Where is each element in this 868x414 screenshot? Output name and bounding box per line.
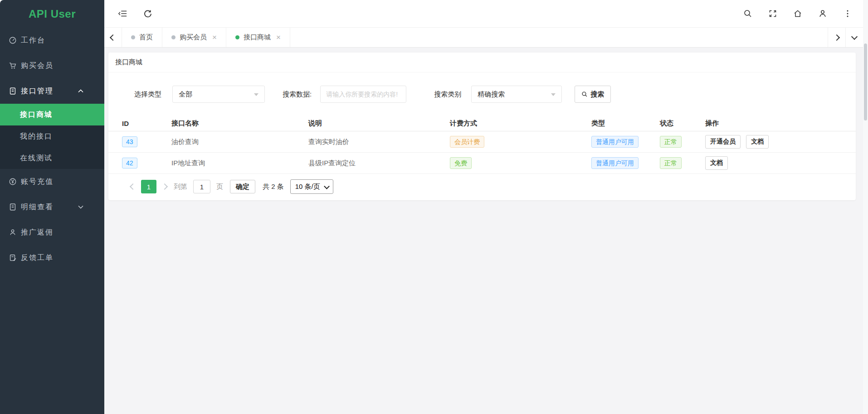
people-icon <box>9 228 17 236</box>
home-icon[interactable] <box>793 9 802 18</box>
refresh-icon[interactable] <box>143 9 152 18</box>
id-badge: 42 <box>122 158 137 169</box>
sidebar-item-label: 工作台 <box>21 36 45 45</box>
dashboard-icon <box>9 36 17 44</box>
collapse-sidebar-icon[interactable] <box>118 9 127 18</box>
sidebar-item-account-recharge[interactable]: 账号充值 <box>0 169 104 194</box>
confirm-button[interactable]: 确定 <box>230 180 255 193</box>
column-header-desc: 说明 <box>308 116 450 131</box>
docs-button[interactable]: 文档 <box>746 135 769 149</box>
api-desc: 查询实时油价 <box>308 131 450 153</box>
search-button[interactable]: 搜索 <box>575 86 611 103</box>
select-caret-icon <box>254 93 258 96</box>
tab-status-dot <box>131 35 135 39</box>
sidebar-item-label: 在线测试 <box>20 154 53 163</box>
category-select-label: 搜索类别 <box>434 90 461 99</box>
tab-status-dot <box>171 35 176 39</box>
yen-icon <box>9 178 17 186</box>
tab-buy-membership[interactable]: 购买会员 × <box>162 28 226 47</box>
tab-label: 接口商城 <box>244 33 271 42</box>
sidebar-item-api-management[interactable]: 接口管理 <box>0 78 104 104</box>
tab-status-dot-active <box>235 35 239 39</box>
close-icon[interactable]: × <box>276 34 281 41</box>
sidebar-item-label: 接口管理 <box>21 87 54 96</box>
category-select-value: 精确搜索 <box>478 90 505 99</box>
sidebar-item-my-apis[interactable]: 我的接口 <box>0 125 104 147</box>
content-area: 接口商城 选择类型 全部 搜索数据: 搜索类别 精确搜索 <box>104 48 863 414</box>
tabs-menu-button[interactable] <box>845 28 863 47</box>
sidebar-item-workbench[interactable]: 工作台 <box>0 28 104 53</box>
per-page-value: 10 条/页 <box>295 183 320 191</box>
document-icon <box>9 203 17 211</box>
type-badge: 普通用户可用 <box>591 157 639 169</box>
page-title: 接口商城 <box>108 53 856 72</box>
table-header-row: ID 接口名称 说明 计费方式 类型 状态 操作 <box>108 116 856 131</box>
search-input[interactable] <box>320 86 406 103</box>
type-select-label: 选择类型 <box>134 90 161 99</box>
search-icon <box>581 91 588 97</box>
app-logo: API User <box>0 0 104 28</box>
sidebar-item-api-mall[interactable]: 接口商城 <box>0 104 104 125</box>
scrollbar-track[interactable] <box>863 0 868 414</box>
main-area: 首页 购买会员 × 接口商城 × 接口商城 选择类型 <box>104 0 863 414</box>
sidebar: API User 工作台 购买会员 接口管理 <box>0 0 104 414</box>
close-icon[interactable]: × <box>212 34 217 41</box>
feedback-icon <box>9 254 17 262</box>
tab-label: 购买会员 <box>180 33 207 42</box>
sidebar-item-label: 推广返佣 <box>21 228 54 237</box>
status-badge: 正常 <box>660 157 682 169</box>
api-name: IP地址查询 <box>171 153 308 174</box>
sidebar-item-label: 我的接口 <box>20 132 53 141</box>
api-desc: 县级IP查询定位 <box>308 153 450 174</box>
api-mall-card: 接口商城 选择类型 全部 搜索数据: 搜索类别 精确搜索 <box>108 53 856 200</box>
sidebar-item-label: 反馈工单 <box>21 253 54 263</box>
chevron-up-icon <box>78 89 83 93</box>
sidebar-item-promotion-rebate[interactable]: 推广返佣 <box>0 220 104 245</box>
total-count-label: 共 2 条 <box>263 183 284 191</box>
goto-label: 到第 <box>174 183 187 191</box>
type-select[interactable]: 全部 <box>172 86 265 103</box>
tabs-scroll-right-button[interactable] <box>828 28 845 47</box>
sidebar-item-detail-view[interactable]: 明细查看 <box>0 194 104 220</box>
user-icon[interactable] <box>818 9 827 18</box>
prev-page-button[interactable] <box>127 184 139 189</box>
sidebar-item-online-test[interactable]: 在线测试 <box>0 147 104 169</box>
tabs-scroll-left-button[interactable] <box>104 28 122 47</box>
topbar <box>104 0 863 28</box>
next-page-button[interactable] <box>159 184 171 189</box>
type-badge: 普通用户可用 <box>591 136 639 148</box>
tab-api-mall[interactable]: 接口商城 × <box>226 28 290 47</box>
billing-badge: 会员计费 <box>450 136 484 148</box>
per-page-select[interactable]: 10 条/页 <box>290 179 333 194</box>
sidebar-item-label: 明细查看 <box>21 202 54 212</box>
table-row: 43 油价查询 查询实时油价 会员计费 普通用户可用 正常 开通会员 文档 <box>108 131 856 153</box>
column-header-type: 类型 <box>591 116 660 131</box>
goto-page-input[interactable] <box>193 180 210 193</box>
sidebar-item-label: 账号充值 <box>21 177 54 187</box>
sidebar-item-buy-membership[interactable]: 购买会员 <box>0 53 104 78</box>
sidebar-submenu-api-management: 接口商城 我的接口 在线测试 <box>0 104 104 169</box>
scrollbar-thumb[interactable] <box>864 43 867 120</box>
column-header-status: 状态 <box>660 116 705 131</box>
docs-button[interactable]: 文档 <box>705 156 728 170</box>
select-caret-icon <box>551 93 556 96</box>
sidebar-item-feedback-ticket[interactable]: 反馈工单 <box>0 245 104 270</box>
topbar-left-icons <box>118 9 152 18</box>
cart-icon <box>9 62 17 70</box>
fullscreen-icon[interactable] <box>768 9 777 18</box>
document-icon <box>9 87 17 95</box>
tab-home[interactable]: 首页 <box>122 28 162 47</box>
column-header-actions: 操作 <box>705 116 856 131</box>
type-select-value: 全部 <box>179 90 192 99</box>
billing-badge: 免费 <box>450 157 472 169</box>
current-page-button[interactable]: 1 <box>141 180 156 193</box>
page-unit-label: 页 <box>216 183 223 191</box>
open-membership-button[interactable]: 开通会员 <box>705 135 741 149</box>
search-icon[interactable] <box>743 9 752 18</box>
search-input-label: 搜索数据: <box>283 90 312 99</box>
more-icon[interactable] <box>843 9 852 18</box>
column-header-billing: 计费方式 <box>450 116 591 131</box>
app-window: API User 工作台 购买会员 接口管理 <box>0 0 868 414</box>
category-select[interactable]: 精确搜索 <box>471 86 562 103</box>
status-badge: 正常 <box>660 136 682 148</box>
